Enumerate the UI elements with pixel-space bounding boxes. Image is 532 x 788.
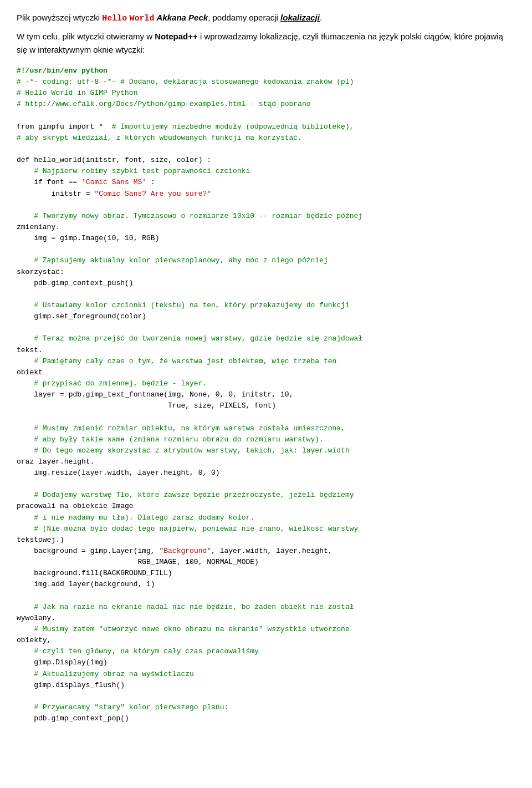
oraz-layer: oraz layer.height. — [17, 457, 94, 466]
world-code: World — [129, 14, 154, 23]
comment-layer-obj: # Pamiętamy cały czas o tym, że warstwa … — [17, 357, 336, 365]
comment-display2: # Musimy zatem "utworzyć nowe okno obraz… — [17, 625, 350, 633]
comment-test-text: # Najpierw robimy szybki test poprawnośc… — [34, 167, 250, 175]
intro-line2-pre: W tym celu, plik wtyczki otwieramy w — [17, 32, 155, 41]
comment-coding: # -*- coding: utf-8 -*- # Dodano, deklar… — [17, 78, 354, 86]
initstr-line: initstr = — [17, 190, 94, 198]
comment-import2: # aby skrypt wiedział, z których wbudowa… — [17, 134, 302, 142]
hello-code: Hello — [102, 14, 127, 23]
intro-period: . — [320, 13, 322, 22]
comment-hello: # Hello World in GIMP Python — [17, 89, 137, 97]
comment-save-color: # Zapisujemy aktualny kolor pierwszoplan… — [17, 256, 328, 265]
comment-url: # http://www.efalk.org/Docs/Python/gimp-… — [17, 100, 311, 108]
bg-fill-line: background.fill(BACKGROUND_FILL) — [17, 569, 172, 577]
display-line: gimp.Display(img) — [17, 658, 108, 667]
string-comic-msg: "Comic Sans? Are you sure?" — [94, 190, 211, 198]
page-container: Plik powyższej wtyczki Hello World Akkan… — [17, 11, 515, 724]
flush-line: gimp.displays_flush() — [17, 681, 125, 689]
if-colon: : — [146, 178, 155, 186]
pop-line: pdb.gimp_context_pop() — [17, 714, 129, 723]
comment-bg2: # i nie nadamy mu tła). Dlatego zaraz do… — [17, 514, 254, 522]
img-line: img = gimp.Image(10, 10, RGB) — [17, 234, 159, 242]
comment-new-img: # Tworzymy nowy obraz. Tymczasowo o rozm… — [17, 212, 362, 220]
intro-line2: W tym celu, plik wtyczki otwieramy w Not… — [17, 30, 515, 57]
intro-comma: , poddamy operacji — [208, 13, 280, 22]
comment-bg1: # Dodajemy warstwę Tło, które zawsze będ… — [17, 491, 354, 499]
push-line: pdb.gimp_context_push() — [17, 279, 134, 287]
comment-display3: # czyli ten główny, na którym cały czas … — [17, 647, 259, 655]
bg-line1b: , layer.width, layer.height, — [211, 547, 332, 555]
comment-bg3: # (Nie można było dodać tego najpierw, p… — [17, 525, 358, 533]
author-name: Akkana Peck — [157, 13, 208, 22]
lokalizacji-text: lokalizacji — [280, 13, 320, 22]
comment-flush: # Aktualizujemy obraz na wyświetlaczu — [17, 670, 194, 678]
comment-restore: # Przywracamy "stary" kolor pierwszego p… — [17, 703, 228, 711]
intro-pre-text: Plik powyższej wtyczki — [17, 13, 102, 22]
bg-line1: background = gimp.Layer(img, — [17, 547, 159, 555]
notepad-text: Notepad++ — [155, 32, 198, 41]
tekst: tekst. — [17, 346, 43, 354]
comment-set-fg: # Ustawiamy kolor czcionki (tekstu) na t… — [17, 301, 350, 309]
add-layer-line: img.add_layer(background, 1) — [17, 580, 155, 588]
intro-line1: Plik powyższej wtyczki Hello World Akkan… — [17, 11, 515, 26]
if-line: if font == — [17, 178, 81, 186]
comment-import: # Importujemy niezbędne moduły (odpowied… — [112, 123, 354, 131]
layer-line2: True, size, PIXELS, font) — [17, 401, 276, 410]
comment-display1: # Jak na razie na ekranie nadal nic nie … — [17, 603, 354, 611]
comment-test — [17, 167, 34, 175]
code-block: #!/usr/bin/env python # -*- coding: utf-… — [17, 65, 515, 724]
comment-layer-var: # przypisać do zmiennej, będzie - layer. — [17, 379, 207, 388]
zmieniany: zmieniany. — [17, 223, 60, 231]
def-line: def hello_world(initstr, font, size, col… — [17, 156, 211, 164]
tekstowej: tekstowej.) — [17, 536, 64, 544]
string-background: "Background" — [159, 547, 211, 555]
layer-line: layer = pdb.gimp_text_fontname(img, None… — [17, 390, 293, 399]
obiekty: obiekty, — [17, 636, 51, 644]
comment-new-layer: # Teraz można przejść do tworzenia nowej… — [17, 334, 362, 343]
import-line: from gimpfu import * — [17, 123, 112, 131]
comment-resize1: # Musimy zmienić rozmiar obiektu, na któ… — [17, 424, 345, 433]
comment-resize3: # Do tego możemy skorzystać z atrybutów … — [17, 446, 350, 455]
skorzystac: skorzystać: — [17, 268, 64, 276]
set-fg-line: gimp.set_foreground(color) — [17, 312, 146, 321]
comment-resize2: # aby były takie same (zmiana rozmiaru o… — [17, 435, 324, 444]
shebang-line: #!/usr/bin/env python — [17, 67, 108, 75]
intro-section: Plik powyższej wtyczki Hello World Akkan… — [17, 11, 515, 57]
resize-line: img.resize(layer.width, layer.height, 0,… — [17, 469, 220, 477]
wywolany: wywołany. — [17, 614, 55, 622]
string-comic: 'Comic Sans MS' — [81, 178, 146, 186]
bg-line2: RGB_IMAGE, 100, NORMAL_MODE) — [17, 558, 259, 566]
pracowali: pracowali na obiekcie Image — [17, 502, 134, 510]
obiekt: obiekt — [17, 368, 43, 377]
